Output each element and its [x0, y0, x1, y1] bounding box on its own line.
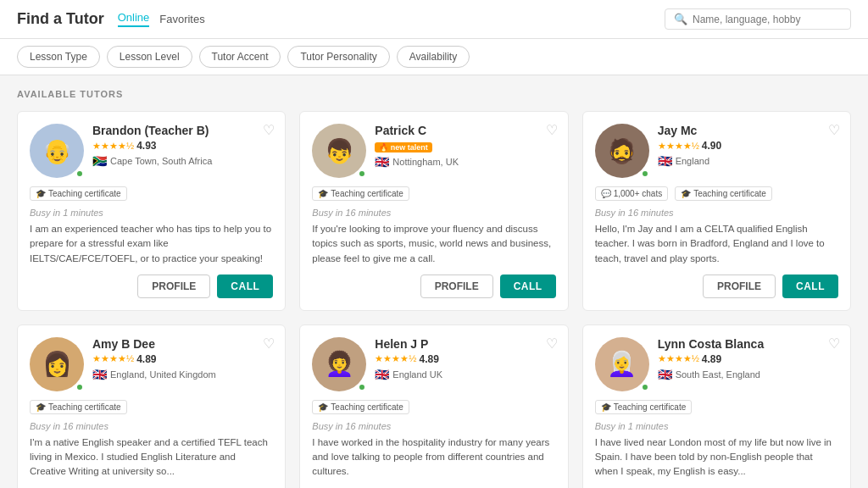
- tutor-name: Amy B Dee: [92, 337, 273, 351]
- card-top: 👩 Amy B Dee ★★★★½ 4.89 🇬🇧 England, Unite…: [30, 337, 273, 391]
- cert-icon: 🎓: [681, 189, 691, 198]
- avatar-wrap: 🧔: [595, 124, 649, 178]
- favorite-button[interactable]: ♡: [546, 336, 558, 352]
- profile-button[interactable]: PROFILE: [420, 274, 493, 298]
- call-button[interactable]: CALL: [500, 274, 556, 298]
- favorite-button[interactable]: ♡: [263, 336, 275, 352]
- search-bar: 🔍: [665, 8, 851, 30]
- profile-button[interactable]: PROFILE: [703, 274, 776, 298]
- tutor-name: Patrick C: [375, 124, 555, 137]
- tutor-info: Brandon (Teacher B) ★★★★½ 4.93 🇿🇦 Cape T…: [92, 124, 273, 168]
- busy-text: Busy in 1 minutes: [595, 421, 838, 431]
- rating: ★★★★½ 4.89: [658, 353, 838, 365]
- avatar: 👩: [30, 337, 84, 391]
- call-button[interactable]: CALL: [217, 274, 273, 298]
- nav-favorites[interactable]: Favorites: [159, 13, 204, 25]
- filter-tutor-personality[interactable]: Tutor Personality: [287, 46, 389, 68]
- chats-badge: 💬 1,000+ chats: [595, 186, 669, 201]
- call-button[interactable]: CALL: [782, 274, 838, 298]
- filter-lesson-type[interactable]: Lesson Type: [17, 46, 100, 68]
- busy-text: Busy in 16 minutes: [595, 208, 838, 218]
- online-indicator: [75, 169, 84, 178]
- tutor-card: ♡ 👩‍🦳 Lynn Costa Blanca ★★★★½ 4.89 🇬🇧 So…: [582, 324, 851, 488]
- rating: ★★★★½ 4.90: [658, 140, 838, 152]
- tutor-location: 🇬🇧 England UK: [375, 368, 555, 381]
- online-indicator: [75, 383, 84, 391]
- badges-row: 🎓 Teaching certificate: [30, 400, 273, 414]
- tutor-location: 🇬🇧 South East, England: [658, 368, 838, 381]
- filter-lesson-level[interactable]: Lesson Level: [107, 46, 192, 68]
- tutor-card: ♡ 👩‍🦱 Helen J P ★★★★½ 4.89 🇬🇧 England UK: [299, 324, 568, 488]
- rating-num: 4.90: [702, 140, 721, 152]
- rating-num: 4.89: [702, 353, 721, 365]
- card-top: 👴 Brandon (Teacher B) ★★★★½ 4.93 🇿🇦 Cape…: [30, 124, 273, 178]
- location-text: South East, England: [676, 369, 760, 380]
- card-top: 👩‍🦳 Lynn Costa Blanca ★★★★½ 4.89 🇬🇧 Sout…: [595, 337, 838, 391]
- rating: ★★★★½ 4.89: [92, 353, 273, 365]
- avatar-wrap: 👩: [30, 337, 84, 391]
- rating-num: 4.89: [136, 353, 156, 365]
- tutor-card: ♡ 👴 Brandon (Teacher B) ★★★★½ 4.93 🇿🇦 Ca…: [17, 111, 286, 311]
- badges-row: 💬 1,000+ chats 🎓 Teaching certificate: [595, 186, 838, 201]
- favorite-button[interactable]: ♡: [546, 122, 558, 138]
- tutor-description: If you're looking to improve your fluenc…: [312, 222, 555, 266]
- stars: ★★★★½: [92, 353, 134, 364]
- search-input[interactable]: [693, 14, 842, 25]
- tutor-name: Jay Mc: [658, 124, 838, 137]
- avatar-wrap: 👩‍🦳: [595, 337, 649, 391]
- tutor-info: Helen J P ★★★★½ 4.89 🇬🇧 England UK: [375, 337, 555, 381]
- teaching-cert-badge: 🎓 Teaching certificate: [595, 400, 693, 414]
- tutor-description: I'm a native English speaker and a certi…: [30, 435, 273, 480]
- avatar: 👩‍🦱: [312, 337, 366, 391]
- tutor-info: Amy B Dee ★★★★½ 4.89 🇬🇧 England, United …: [92, 337, 273, 381]
- teaching-cert-badge: 🎓 Teaching certificate: [675, 186, 772, 201]
- stars: ★★★★½: [375, 353, 416, 364]
- flag-icon: 🇬🇧: [658, 154, 672, 168]
- tutor-info: Lynn Costa Blanca ★★★★½ 4.89 🇬🇧 South Ea…: [658, 337, 838, 381]
- rating-num: 4.93: [136, 140, 156, 152]
- stars: ★★★★½: [92, 141, 134, 152]
- filter-availability[interactable]: Availability: [397, 46, 470, 68]
- teaching-cert-badge: 🎓 Teaching certificate: [312, 186, 409, 201]
- favorite-button[interactable]: ♡: [828, 122, 840, 138]
- nav-online[interactable]: Online: [118, 11, 150, 27]
- tutor-name: Brandon (Teacher B): [92, 124, 273, 137]
- section-title: AVAILABLE TUTORS: [17, 89, 851, 99]
- avatar-wrap: 👴: [30, 124, 84, 178]
- tutor-card: ♡ 🧔 Jay Mc ★★★★½ 4.90 🇬🇧 England: [582, 111, 851, 311]
- card-actions: PROFILE CALL: [30, 274, 273, 298]
- teaching-cert-badge: 🎓 Teaching certificate: [312, 400, 409, 414]
- busy-text: Busy in 16 minutes: [312, 208, 555, 218]
- online-indicator: [641, 169, 649, 178]
- card-top: 👩‍🦱 Helen J P ★★★★½ 4.89 🇬🇧 England UK: [312, 337, 555, 391]
- cert-icon: 🎓: [36, 189, 46, 198]
- location-text: England: [676, 156, 709, 166]
- online-indicator: [358, 383, 366, 391]
- tutor-location: 🇬🇧 England, United Kingdom: [92, 368, 273, 381]
- teaching-cert-badge: 🎓 Teaching certificate: [30, 186, 127, 201]
- teaching-cert-badge: 🎓 Teaching certificate: [30, 400, 127, 414]
- location-text: Cape Town, South Africa: [110, 156, 212, 166]
- cert-icon: 🎓: [318, 402, 328, 412]
- avatar-wrap: 👦: [312, 124, 366, 178]
- tutor-description: I have lived near London most of my life…: [595, 435, 838, 480]
- online-indicator: [641, 383, 649, 391]
- avatar: 👴: [30, 124, 84, 178]
- busy-text: Busy in 16 minutes: [30, 421, 273, 431]
- page-title: Find a Tutor: [17, 10, 104, 28]
- favorite-button[interactable]: ♡: [828, 336, 840, 352]
- tutor-info: Patrick C 🔥 new talent 🇬🇧 Nottingham, UK: [375, 124, 555, 169]
- badges-row: 🎓 Teaching certificate: [30, 186, 273, 201]
- tutor-card: ♡ 👦 Patrick C 🔥 new talent 🇬🇧 Nottingham…: [299, 111, 568, 311]
- flag-icon: 🇬🇧: [658, 368, 672, 381]
- favorite-button[interactable]: ♡: [263, 122, 275, 138]
- busy-text: Busy in 16 minutes: [312, 421, 555, 431]
- tutor-description: Hello, I'm Jay and I am a CELTA qualifie…: [595, 222, 838, 266]
- tutor-location: 🇬🇧 Nottingham, UK: [375, 155, 555, 169]
- tutor-location: 🇬🇧 England: [658, 154, 838, 168]
- new-talent-badge: 🔥 new talent: [375, 142, 432, 152]
- search-icon: 🔍: [674, 13, 687, 25]
- profile-button[interactable]: PROFILE: [137, 274, 210, 298]
- filter-tutor-accent[interactable]: Tutor Accent: [199, 46, 281, 68]
- avatar-wrap: 👩‍🦱: [312, 337, 366, 391]
